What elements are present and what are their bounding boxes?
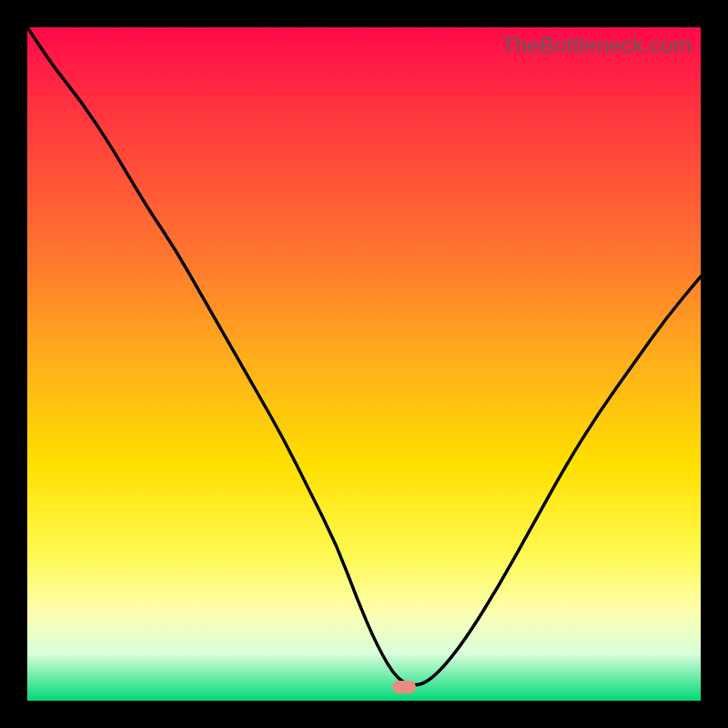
minimum-marker	[392, 681, 416, 693]
plot-area: TheBottleneck.com	[27, 27, 701, 701]
bottleneck-curve	[27, 27, 701, 701]
chart-frame: TheBottleneck.com	[0, 0, 728, 728]
